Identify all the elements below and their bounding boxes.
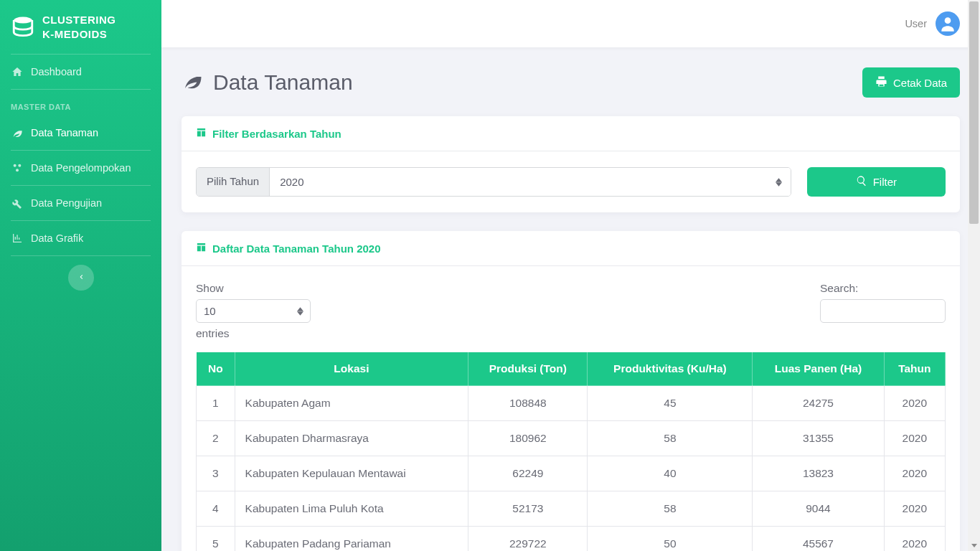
cell-no: 5 [197, 527, 235, 552]
search-input[interactable] [820, 299, 946, 323]
cell-luas: 31355 [753, 421, 884, 456]
content: Data Tanaman Cetak Data Filter Berdasark… [161, 47, 980, 551]
brand[interactable]: CLUSTERING K-MEDOIDS [0, 0, 161, 54]
cell-luas: 13823 [753, 456, 884, 491]
avatar [936, 11, 960, 36]
filter-card: Filter Berdasarkan Tahun Pilih Tahun 202… [182, 116, 960, 212]
table-row: 2Kabupaten Dharmasraya18096258313552020 [197, 421, 946, 456]
year-select-group: Pilih Tahun 2020 [196, 167, 791, 197]
sidebar-item-label: Data Tanaman [31, 127, 98, 138]
svg-point-4 [945, 17, 951, 24]
cell-produksi: 108848 [468, 386, 588, 421]
cell-produksi: 180962 [468, 421, 588, 456]
sidebar-item-data-pengujian[interactable]: Data Pengujian [0, 186, 161, 220]
sidebar-item-data-tanaman[interactable]: Data Tanaman [0, 116, 161, 150]
col-produktivitas[interactable]: Produktivitas (Ku/Ha) [588, 352, 753, 386]
sidebar-item-data-pengelompokan[interactable]: Data Pengelompokan [0, 151, 161, 185]
data-card-title: Daftar Data Tanaman Tahun 2020 [212, 242, 381, 255]
filter-button-label: Filter [873, 176, 897, 188]
filter-card-header: Filter Berdasarkan Tahun [182, 116, 960, 151]
cell-produktivitas: 58 [588, 421, 753, 456]
table-row: 4Kabupaten Lima Puluh Kota52173589044202… [197, 491, 946, 527]
filter-button[interactable]: Filter [807, 167, 946, 197]
table-row: 1Kabupaten Agam10884845242752020 [197, 386, 946, 421]
filter-card-title: Filter Berdasarkan Tahun [212, 128, 341, 140]
scrollbar[interactable] [968, 0, 980, 551]
cell-no: 1 [197, 386, 235, 421]
cell-produktivitas: 50 [588, 527, 753, 552]
table-icon [196, 242, 207, 255]
search-label: Search: [820, 282, 946, 295]
cell-produksi: 52173 [468, 491, 588, 527]
sidebar-collapse-button[interactable] [68, 265, 94, 291]
group-icon [11, 162, 24, 174]
svg-point-3 [16, 169, 19, 171]
print-button-label: Cetak Data [893, 77, 947, 89]
cell-lokasi: Kabupaten Dharmasraya [235, 421, 468, 456]
cell-tahun: 2020 [884, 421, 945, 456]
cell-tahun: 2020 [884, 527, 945, 552]
sidebar-item-label: Data Grafik [31, 232, 83, 244]
entries-label: entries [196, 327, 230, 340]
cell-tahun: 2020 [884, 491, 945, 527]
col-produksi[interactable]: Produksi (Ton) [468, 352, 588, 386]
cell-produksi: 62249 [468, 456, 588, 491]
topbar: User [161, 0, 980, 47]
cell-lokasi: Kabupaten Padang Pariaman [235, 527, 468, 552]
cell-produktivitas: 45 [588, 386, 753, 421]
col-luas[interactable]: Luas Panen (Ha) [753, 352, 884, 386]
col-lokasi[interactable]: Lokasi [235, 352, 468, 386]
year-select[interactable]: 2020 [270, 168, 791, 196]
cell-lokasi: Kabupaten Kepulauan Mentawai [235, 456, 468, 491]
data-card-header: Daftar Data Tanaman Tahun 2020 [182, 231, 960, 266]
col-no[interactable]: No [197, 352, 235, 386]
leaf-icon [11, 127, 24, 138]
sidebar-item-label: Data Pengelompokan [31, 162, 131, 174]
cell-produktivitas: 40 [588, 456, 753, 491]
cell-tahun: 2020 [884, 386, 945, 421]
year-select-label: Pilih Tahun [197, 168, 270, 196]
sidebar: CLUSTERING K-MEDOIDS Dashboard MASTER DA… [0, 0, 161, 551]
sidebar-item-dashboard[interactable]: Dashboard [0, 55, 161, 89]
print-button[interactable]: Cetak Data [862, 67, 960, 98]
page-title: Data Tanaman [182, 70, 353, 96]
home-icon [11, 66, 24, 77]
chart-icon [11, 232, 24, 244]
cell-lokasi: Kabupaten Agam [235, 386, 468, 421]
brand-text: CLUSTERING K-MEDOIDS [42, 13, 116, 41]
data-table: No Lokasi Produksi (Ton) Produktivitas (… [196, 352, 946, 551]
table-icon [196, 127, 207, 140]
show-label: Show [196, 282, 224, 295]
svg-point-0 [14, 17, 32, 23]
database-icon [11, 15, 35, 39]
search-icon [856, 175, 867, 189]
svg-point-2 [18, 164, 21, 167]
table-row: 3Kabupaten Kepulauan Mentawai62249401382… [197, 456, 946, 491]
print-icon [875, 75, 887, 90]
cell-produktivitas: 58 [588, 491, 753, 527]
user-menu[interactable]: User [905, 11, 960, 36]
tools-icon [11, 197, 24, 209]
col-tahun[interactable]: Tahun [884, 352, 945, 386]
sidebar-item-data-grafik[interactable]: Data Grafik [0, 221, 161, 255]
cell-no: 4 [197, 491, 235, 527]
cell-luas: 45567 [753, 527, 884, 552]
cell-luas: 24275 [753, 386, 884, 421]
scrollbar-thumb[interactable] [969, 1, 979, 224]
main: User Data Tanaman Cetak Data [161, 0, 980, 551]
user-label: User [905, 18, 927, 29]
svg-point-1 [14, 164, 17, 167]
cell-produksi: 229722 [468, 527, 588, 552]
cell-no: 3 [197, 456, 235, 491]
table-row: 5Kabupaten Padang Pariaman22972250455672… [197, 527, 946, 552]
length-select[interactable]: 10 [196, 299, 311, 323]
chevron-left-icon [77, 273, 85, 283]
cell-lokasi: Kabupaten Lima Puluh Kota [235, 491, 468, 527]
cell-no: 2 [197, 421, 235, 456]
leaf-icon [182, 70, 203, 96]
sidebar-item-label: Data Pengujian [31, 197, 102, 209]
cell-luas: 9044 [753, 491, 884, 527]
data-card: Daftar Data Tanaman Tahun 2020 Show 10 [182, 231, 960, 551]
cell-tahun: 2020 [884, 456, 945, 491]
sidebar-item-label: Dashboard [31, 66, 82, 77]
